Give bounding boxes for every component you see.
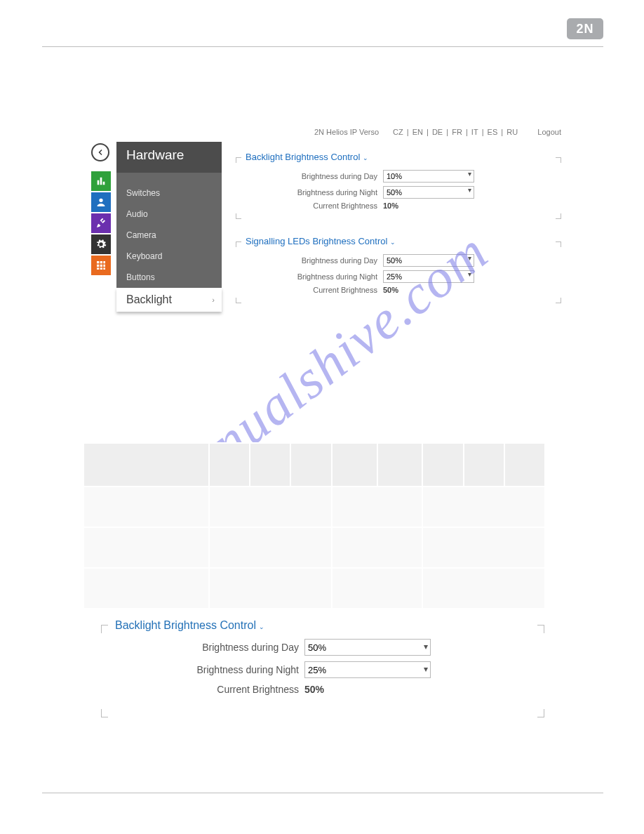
fieldset-backlight-detail: Backlight Brightness Control⌄ Brightness… [101,619,544,717]
label-brightness-day: Brightness during Day [236,256,383,265]
fieldset-title[interactable]: Backlight Brightness Control⌄ [115,619,544,632]
system-tile-icon[interactable] [91,256,111,275]
sidebar-item-keyboard[interactable]: Keyboard [116,246,222,267]
sidebar-category-icons [91,171,111,277]
hardware-tile-icon[interactable] [91,234,111,254]
sidebar-item-switches[interactable]: Switches [116,183,222,204]
services-tile-icon[interactable] [91,213,111,233]
footer-rule [42,793,603,793]
brand-logo: 2N [567,18,603,39]
fieldset-signalling-leds: Signalling LEDs Brightness Control⌄ Brig… [236,236,561,303]
directory-tile-icon[interactable] [91,192,111,212]
back-button[interactable] [91,143,109,161]
lang-es[interactable]: ES [486,128,499,136]
label-brightness-day: Brightness during Day [236,172,383,180]
select-brightness-day[interactable]: 10% [383,170,474,183]
value-current-brightness: 50% [304,684,324,695]
settings-panel: Backlight Brightness Control⌄ Brightness… [236,152,561,320]
fieldset-title[interactable]: Backlight Brightness Control⌄ [246,152,561,162]
chevron-down-icon: ⌄ [390,239,396,246]
chevron-right-icon: › [212,296,215,304]
label-current-brightness: Current Brightness [101,684,304,695]
fieldset-title[interactable]: Signalling LEDs Brightness Control⌄ [246,236,561,246]
placeholder-table [83,442,546,609]
arrow-left-icon [96,148,105,157]
chevron-down-icon: ⌄ [363,154,368,161]
logout-link[interactable]: Logout [537,128,561,136]
lang-ru[interactable]: RU [505,128,519,136]
status-tile-icon[interactable] [91,171,111,191]
select-brightness-night[interactable]: 25% [304,661,431,678]
chevron-down-icon: ⌄ [259,623,264,630]
select-brightness-day[interactable]: 50% [383,254,474,267]
label-current-brightness: Current Brightness [236,201,383,210]
lang-fr[interactable]: FR [450,128,464,136]
fieldset-backlight: Backlight Brightness Control⌄ Brightness… [236,152,561,219]
value-current-brightness: 10% [383,201,398,210]
select-brightness-night[interactable]: 50% [383,186,474,199]
sidebar-item-backlight[interactable]: Backlight › [116,288,222,312]
sidebar-item-camera[interactable]: Camera [116,225,222,246]
sidebar: Hardware Switches Audio Camera Keyboard … [116,142,222,312]
lang-switcher[interactable]: CZ | EN | DE | FR | IT | ES | RU [391,128,519,136]
lang-cz[interactable]: CZ [391,128,405,136]
label-brightness-day: Brightness during Day [101,642,304,653]
brand-logo-text: 2N [576,22,593,37]
select-brightness-day[interactable]: 50% [304,639,431,656]
label-brightness-night: Brightness during Night [236,272,383,281]
ui-screenshot-region: 2N Helios IP Verso CZ | EN | DE | FR | I… [91,128,561,310]
sidebar-item-buttons[interactable]: Buttons [116,267,222,288]
label-brightness-night: Brightness during Night [236,188,383,197]
lang-en[interactable]: EN [411,128,424,136]
label-current-brightness: Current Brightness [236,286,383,294]
device-name: 2N Helios IP Verso [314,128,379,136]
select-brightness-night[interactable]: 25% [383,270,474,283]
sidebar-title: Hardware [116,142,222,173]
label-brightness-night: Brightness during Night [101,664,304,675]
header-rule [42,46,603,47]
sidebar-item-label: Backlight [126,293,172,306]
value-current-brightness: 50% [383,286,398,294]
lang-it[interactable]: IT [470,128,480,136]
lang-de[interactable]: DE [431,128,444,136]
sidebar-item-audio[interactable]: Audio [116,204,222,225]
